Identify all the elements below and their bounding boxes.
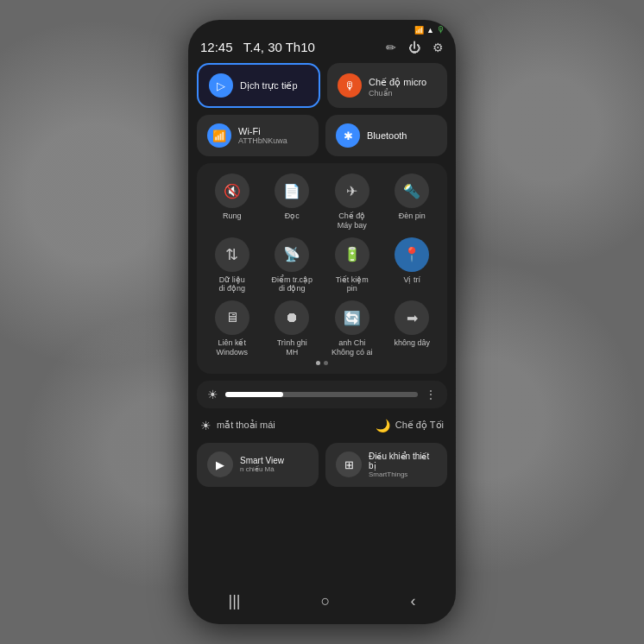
link-windows-label: Liên kếtWindows — [216, 338, 248, 357]
home-button[interactable]: ○ — [313, 589, 339, 614]
eye-comfort-label: mắt thoải mái — [217, 420, 275, 431]
location-label: Vị trí — [403, 275, 420, 285]
eye-comfort-icon: ☀ — [200, 419, 212, 432]
battery-save-label: Tiết kiệmpin — [336, 275, 369, 294]
hotspot-label: Điểm tr.cậpdi động — [271, 275, 313, 294]
wireless-icon: ➡ — [395, 300, 429, 335]
back-button[interactable]: ‹ — [401, 589, 424, 614]
dark-mode-toggle[interactable]: 🌙 Chế độ Tối — [376, 419, 444, 432]
doc-icon: 📄 — [275, 174, 309, 208]
chi-label: anh ChiKhông có ai — [331, 338, 373, 357]
tile-screen-record[interactable]: ⏺ Trình ghiMH — [264, 300, 321, 357]
tile-micro-mode[interactable]: 🎙 Chế độ micro Chuẩn — [327, 63, 447, 108]
sound-icon: 🔇 — [215, 174, 249, 208]
micro-label: Chế độ micro — [369, 77, 426, 87]
page-dots — [204, 357, 440, 367]
flashlight-icon: 🔦 — [395, 174, 429, 208]
eye-comfort-toggle[interactable]: ☀ mắt thoải mái — [200, 419, 275, 432]
smart-things-info: Điều khiển thiết bị SmartThings — [369, 451, 437, 478]
date-text: T.4, 30 Th10 — [243, 40, 315, 54]
wifi-icon: 📶 — [207, 123, 231, 148]
edit-icon[interactable]: ✏ — [386, 41, 396, 54]
power-icon[interactable]: ⏻ — [408, 41, 420, 54]
bluetooth-icon: ✱ — [336, 123, 360, 148]
micro-sub: Chuẩn — [369, 89, 426, 98]
wifi-info: Wi-Fi ATTHbNKuwa — [238, 126, 287, 145]
bottom-tiles-row: ▶ Smart View n chiếu Mà ⊞ Điều khiển thi… — [197, 443, 447, 487]
tile-hotspot[interactable]: 📡 Điểm tr.cậpdi động — [264, 237, 321, 294]
chi-icon: 🔄 — [335, 300, 369, 335]
smart-view-icon: ▶ — [207, 451, 233, 477]
tile-mobile-data[interactable]: ⇅ Dữ liệudi động — [204, 237, 261, 294]
mic-status-icon: 🎙 — [437, 25, 445, 35]
mobile-data-icon: ⇅ — [215, 237, 249, 272]
tile-sound[interactable]: 🔇 Rung — [204, 174, 261, 230]
datetime-action-icons[interactable]: ✏ ⏻ ⚙ — [386, 41, 444, 54]
smart-view-info: Smart View n chiếu Mà — [240, 456, 284, 473]
tile-flashlight[interactable]: 🔦 Đèn pin — [384, 174, 441, 230]
nav-bar: ||| ○ ‹ — [188, 582, 456, 624]
battery-save-icon: 🔋 — [335, 237, 369, 272]
mobile-data-label: Dữ liệudi động — [218, 275, 245, 294]
recent-apps-button[interactable]: ||| — [220, 589, 249, 614]
sound-label: Rung — [223, 212, 242, 221]
tile-doc[interactable]: 📄 Đọc — [264, 174, 321, 230]
location-icon: 📍 — [395, 237, 429, 272]
tile-wireless[interactable]: ➡ không dây — [384, 300, 441, 357]
bluetooth-info: Bluetooth — [367, 130, 407, 141]
tile-wifi[interactable]: 📶 Wi-Fi ATTHbNKuwa — [197, 115, 319, 156]
brightness-row[interactable]: ☀ ⋮ — [197, 381, 447, 408]
live-translate-label: Dịch trực tiếp — [240, 79, 298, 92]
smart-things-sub: SmartThings — [369, 470, 437, 478]
status-bar: 📶 ▲ 🎙 — [188, 20, 456, 36]
wifi-bt-row: 📶 Wi-Fi ATTHbNKuwa ✱ Bluetooth — [197, 115, 447, 156]
link-windows-icon: 🖥 — [215, 300, 249, 335]
brightness-icon: ☀ — [207, 388, 218, 401]
brightness-bar[interactable] — [225, 392, 418, 397]
hotspot-icon: 📡 — [275, 237, 309, 272]
brightness-more-icon[interactable]: ⋮ — [425, 388, 437, 401]
smart-view-label: Smart View — [240, 456, 284, 465]
dark-mode-label: Chế độ Tối — [395, 420, 444, 431]
quick-tiles-grid: 🔇 Rung 📄 Đọc ✈ Chế độMáy bay 🔦 Đèn pin ⇅ — [204, 174, 440, 357]
wifi-label: Wi-Fi — [238, 126, 287, 136]
tile-bluetooth[interactable]: ✱ Bluetooth — [325, 115, 447, 156]
wifi-sub: ATTHbNKuwa — [238, 136, 287, 145]
dark-mode-icon: 🌙 — [376, 419, 390, 432]
wireless-label: không dây — [394, 338, 430, 348]
notification-panel: 12:45 T.4, 30 Th10 ✏ ⏻ ⚙ ▷ Dịch trực tiế… — [188, 36, 456, 582]
datetime-text: 12:45 T.4, 30 Th10 — [200, 40, 315, 54]
tile-smart-view[interactable]: ▶ Smart View n chiếu Mà — [197, 443, 319, 487]
doc-label: Đọc — [285, 212, 300, 221]
brightness-fill — [225, 392, 283, 397]
quick-tiles-container: 🔇 Rung 📄 Đọc ✈ Chế độMáy bay 🔦 Đèn pin ⇅ — [197, 163, 447, 374]
settings-icon[interactable]: ⚙ — [432, 41, 444, 54]
datetime-row: 12:45 T.4, 30 Th10 ✏ ⏻ ⚙ — [197, 36, 447, 56]
screen-record-icon: ⏺ — [275, 300, 309, 335]
comfort-row: ☀ mắt thoải mái 🌙 Chế độ Tối — [197, 415, 447, 436]
tile-smart-things[interactable]: ⊞ Điều khiển thiết bị SmartThings — [325, 443, 447, 487]
tile-airplane[interactable]: ✈ Chế độMáy bay — [324, 174, 381, 230]
dot-1 — [316, 361, 320, 365]
dot-2 — [324, 361, 328, 365]
signal-icon: 📶 — [414, 26, 424, 35]
smart-things-label: Điều khiển thiết bị — [369, 451, 437, 470]
smart-view-sub: n chiếu Mà — [240, 465, 284, 473]
flashlight-label: Đèn pin — [399, 212, 426, 221]
time-text: 12:45 — [200, 40, 233, 54]
tile-link-windows[interactable]: 🖥 Liên kếtWindows — [204, 300, 261, 357]
airplane-label: Chế độMáy bay — [338, 212, 367, 230]
top-tiles-row: ▷ Dịch trực tiếp 🎙 Chế độ micro Chuẩn — [197, 63, 447, 108]
wifi-status-icon: ▲ — [426, 26, 434, 35]
bluetooth-label: Bluetooth — [367, 130, 407, 141]
tile-battery-save[interactable]: 🔋 Tiết kiệmpin — [324, 237, 381, 294]
airplane-icon: ✈ — [335, 174, 369, 208]
live-translate-icon: ▷ — [209, 73, 233, 98]
status-icons: 📶 ▲ 🎙 — [414, 25, 445, 35]
tile-chi[interactable]: 🔄 anh ChiKhông có ai — [324, 300, 381, 357]
tile-location[interactable]: 📍 Vị trí — [384, 237, 441, 294]
micro-icon: 🎙 — [338, 73, 362, 98]
smart-things-icon: ⊞ — [336, 451, 362, 477]
phone-frame: 📶 ▲ 🎙 12:45 T.4, 30 Th10 ✏ ⏻ ⚙ ▷ Dịc — [188, 20, 456, 624]
tile-live-translate[interactable]: ▷ Dịch trực tiếp — [197, 63, 320, 108]
